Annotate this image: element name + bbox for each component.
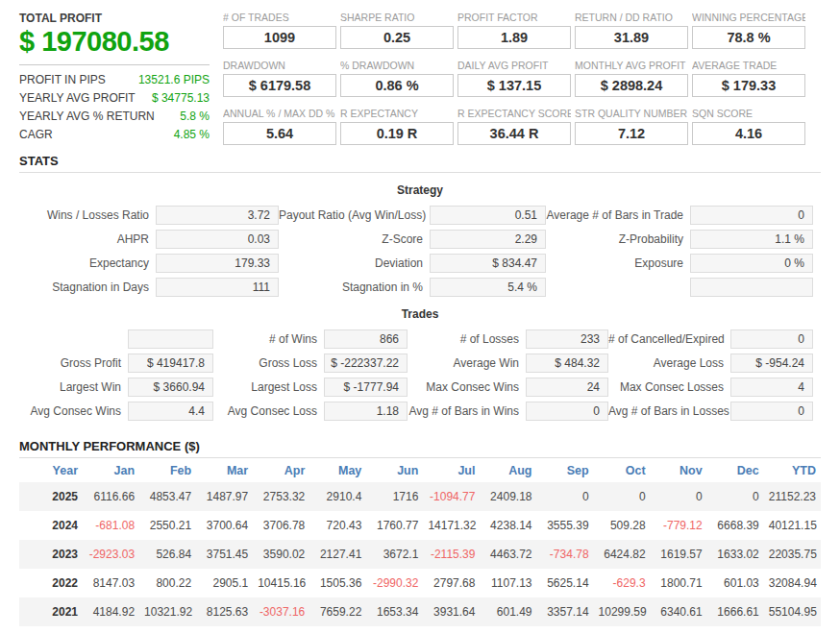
summary-row-label: YEARLY AVG PROFIT xyxy=(19,91,136,105)
stat-value-box: 5.4 % xyxy=(430,278,546,297)
monthly-year-cell: 2020 xyxy=(19,626,83,634)
metric-card: R EXPECTANCY 0.19 R xyxy=(340,108,454,145)
monthly-tbody: 20256116.664853.471487.972753.322910.417… xyxy=(19,482,821,634)
monthly-value-cell: 721.06 xyxy=(707,626,764,634)
monthly-value-cell: 5461.63 xyxy=(83,626,139,634)
monthly-value-cell: 5011.26 xyxy=(480,626,536,634)
monthly-value-cell: 40121.15 xyxy=(764,511,821,540)
monthly-value-cell: 1487.97 xyxy=(196,482,253,511)
monthly-value-cell: 2910.4 xyxy=(309,482,366,511)
monthly-header-cell: Feb xyxy=(139,458,196,482)
monthly-header-cell: Aug xyxy=(480,458,536,482)
monthly-value-cell: 800.22 xyxy=(139,569,196,597)
monthly-value-cell: 0 xyxy=(537,482,594,511)
monthly-value-cell: 3555.39 xyxy=(537,511,594,540)
monthly-value-cell: 3357.14 xyxy=(537,597,594,626)
stat-value-box: $ -954.24 xyxy=(730,354,813,373)
stat-label: Avg Consec Wins xyxy=(19,404,128,418)
monthly-value-cell: 1760.77 xyxy=(366,511,423,540)
monthly-value-cell: 3859.79 xyxy=(366,626,423,634)
summary-row: YEARLY AVG PROFIT $ 34775.13 xyxy=(19,88,223,107)
stat-label: Average Loss xyxy=(608,356,730,370)
monthly-header-cell: Mar xyxy=(196,458,253,482)
stat-label: Z-Score xyxy=(279,232,430,246)
monthly-value-cell: 2282.11 xyxy=(196,626,253,634)
monthly-value-cell: 21152.23 xyxy=(764,482,821,511)
monthly-value-cell: -681.08 xyxy=(83,511,139,540)
monthly-value-cell: 55104.95 xyxy=(764,597,821,626)
stat-value-box: $ -222337.22 xyxy=(324,354,408,373)
stat-label: Wins / Losses Ratio xyxy=(19,208,156,222)
monthly-value-cell: 2550.21 xyxy=(139,511,196,540)
stat-label: Gross Profit xyxy=(19,356,128,370)
monthly-value-cell: 4463.72 xyxy=(480,540,536,569)
metric-value: $ 179.33 xyxy=(692,74,805,97)
monthly-value-cell: 6116.66 xyxy=(83,482,139,511)
summary-row-value: 5.8 % xyxy=(180,110,210,123)
total-profit-value: $ 197080.58 xyxy=(19,26,223,58)
stat-label: Deviation xyxy=(279,256,430,270)
monthly-value-cell: 14171.32 xyxy=(423,511,480,540)
monthly-value-cell: 1278.83 xyxy=(594,626,651,634)
monthly-performance-heading: MONTHLY PERFORMANCE ($) xyxy=(19,439,821,453)
monthly-row: 20205461.63-2221.412282.112052.53-1109.4… xyxy=(19,626,821,634)
strategy-subtitle: Strategy xyxy=(0,183,840,197)
monthly-year-cell: 2022 xyxy=(19,569,83,597)
stat-value-box: 1.1 % xyxy=(690,230,813,249)
stat-label: Avg # of Bars in Losses xyxy=(608,404,730,418)
monthly-value-cell: 0 xyxy=(594,482,651,511)
summary-row: PROFIT IN PIPS 13521.6 PIPS xyxy=(19,70,223,88)
monthly-value-cell: 6424.82 xyxy=(594,540,651,569)
metric-value: $ 6179.58 xyxy=(223,74,336,97)
monthly-header-cell: Jul xyxy=(423,458,480,482)
stat-label: Z-Probability xyxy=(546,232,690,246)
stat-value-box: $ -1777.94 xyxy=(324,378,408,397)
metric-card: DAILY AVG PROFIT $ 137.15 xyxy=(457,60,571,97)
stat-label: Average Win xyxy=(408,356,526,370)
summary-rows: PROFIT IN PIPS 13521.6 PIPS YEARLY AVG P… xyxy=(19,70,223,143)
monthly-value-cell: 32084.94 xyxy=(764,569,821,597)
monthly-value-cell: 7659.22 xyxy=(309,597,366,626)
metric-card: MONTHLY AVG PROFIT $ 2898.24 xyxy=(575,60,688,97)
metric-value: 0.25 xyxy=(340,26,454,49)
stat-value-box: 1.18 xyxy=(324,402,408,421)
monthly-value-cell: -779.12 xyxy=(651,511,707,540)
summary-row-value: $ 34775.13 xyxy=(152,91,210,105)
monthly-value-cell: 2052.53 xyxy=(253,626,309,634)
monthly-value-cell: 526.84 xyxy=(139,540,196,569)
stat-value-box: 233 xyxy=(526,329,608,349)
stat-label: Stagnation in % xyxy=(279,280,430,294)
stat-value-box: $ 484.32 xyxy=(526,354,608,373)
monthly-header-cell: Jan xyxy=(83,458,139,482)
monthly-value-cell: 22035.75 xyxy=(764,540,821,569)
monthly-value-cell: 509.28 xyxy=(594,511,651,540)
summary-row: YEARLY AVG % RETURN 5.8 % xyxy=(19,107,223,125)
monthly-value-cell: 4051.7 xyxy=(423,626,480,634)
monthly-value-cell: -734.78 xyxy=(537,540,594,569)
monthly-header-cell: Jun xyxy=(366,458,423,482)
metric-card: DRAWDOWN $ 6179.58 xyxy=(223,60,336,97)
monthly-value-cell: 2409.18 xyxy=(480,482,536,511)
metric-card: SHARPE RATIO 0.25 xyxy=(340,12,454,49)
stat-value-box: 0.03 xyxy=(156,230,279,249)
metric-value: 7.12 xyxy=(575,122,688,145)
metric-card: STR QUALITY NUMBER 7.12 xyxy=(575,108,688,145)
monthly-performance-table: YearJanFebMarAprMayJunJulAugSepOctNovDec… xyxy=(19,458,821,634)
metric-label: R EXPECTANCY SCORE xyxy=(457,108,571,119)
monthly-value-cell: 3672.1 xyxy=(366,540,423,569)
metric-value: 0.86 % xyxy=(340,74,454,97)
monthly-value-cell: 3751.45 xyxy=(196,540,253,569)
monthly-header-cell: May xyxy=(309,458,366,482)
stat-value-box: $ 3660.94 xyxy=(128,378,213,397)
monthly-value-cell: -1109.42 xyxy=(309,626,366,634)
summary-row-label: PROFIT IN PIPS xyxy=(19,73,106,86)
monthly-value-cell: -672.31 xyxy=(537,626,594,634)
stat-label: Avg Consec Loss xyxy=(213,404,324,418)
stat-value-box: $ 834.47 xyxy=(430,254,546,273)
monthly-value-cell: 601.03 xyxy=(707,569,764,597)
stat-value-box: 0.51 xyxy=(430,206,546,225)
metric-label: DRAWDOWN xyxy=(223,60,336,71)
stat-label: AHPR xyxy=(19,232,156,246)
stat-value-box: 866 xyxy=(324,329,408,349)
stat-label: Max Consec Wins xyxy=(408,380,526,394)
